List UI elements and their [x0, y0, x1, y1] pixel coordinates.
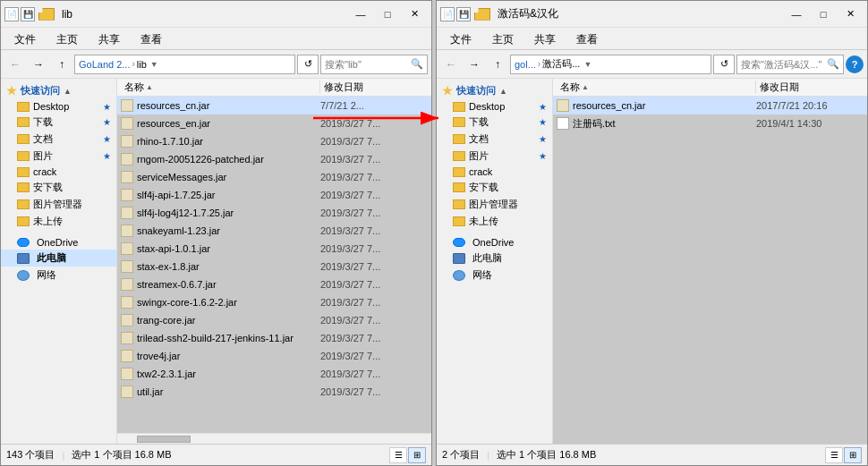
table-row[interactable]: 注册码.txt2019/4/1 14:30 [553, 114, 867, 132]
sidebar-thispc-left[interactable]: 此电脑 [1, 250, 116, 267]
refresh-btn-left[interactable]: ↺ [297, 55, 319, 74]
title-icon-left[interactable]: 📄 [4, 7, 19, 21]
sidebar-item-desktop-right[interactable]: Desktop ★ [437, 99, 552, 114]
tab-file-right[interactable]: 文件 [440, 30, 481, 49]
tab-home-right[interactable]: 主页 [482, 30, 523, 49]
search-input-left[interactable] [325, 59, 409, 70]
table-row[interactable]: trang-core.jar2019/3/27 7... [117, 311, 431, 329]
sidebar-network-left[interactable]: 网络 [1, 267, 116, 284]
view-btn-details-right[interactable]: ⊞ [844, 447, 862, 463]
col-date-header-left[interactable]: 修改日期 [320, 80, 428, 94]
breadcrumb-dropdown-right[interactable]: ▼ [583, 60, 591, 69]
col-name-header-right[interactable]: 名称 ▲ [557, 80, 756, 94]
tab-view-right[interactable]: 查看 [566, 30, 608, 49]
table-row[interactable]: rhino-1.7.10.jar2019/3/27 7... [117, 132, 431, 150]
table-row[interactable]: txw2-2.3.1.jar2019/3/27 7... [117, 365, 431, 383]
sidebar-onedrive-left[interactable]: OneDrive [1, 235, 116, 250]
status-sep-left: | [62, 450, 64, 461]
breadcrumb-left[interactable]: GoLand 2... › lib ▼ [74, 55, 295, 74]
table-row[interactable]: trove4j.jar2019/3/27 7... [117, 347, 431, 365]
sidebar-quick-access-header-right[interactable]: ★ 快速访问 ▲ [437, 82, 552, 99]
table-row[interactable]: resources_en.jar2019/3/27 7... [117, 114, 431, 132]
sidebar-item-picmgr-right[interactable]: 图片管理器 [437, 196, 552, 213]
tab-file-left[interactable]: 文件 [4, 30, 46, 49]
title-save-left[interactable]: 💾 [21, 7, 35, 21]
breadcrumb-right[interactable]: gol... › 激活码... ▼ [510, 55, 711, 74]
search-input-right[interactable] [741, 59, 825, 70]
sidebar-item-docs-right[interactable]: 文档 ★ [437, 131, 552, 148]
close-btn-right[interactable]: ✕ [837, 5, 864, 23]
sidebar-quick-access-header-left[interactable]: ★ 快速访问 ▲ [1, 82, 116, 99]
view-btn-list-left[interactable]: ☰ [389, 447, 407, 463]
table-row[interactable]: trilead-ssh2-build-217-jenkins-11.jar201… [117, 329, 431, 347]
table-row[interactable]: stax-ex-1.8.jar2019/3/27 7... [117, 258, 431, 275]
table-row[interactable]: resources_cn.jar7/7/21 2... [117, 97, 431, 114]
sidebar-item-desktop-left[interactable]: Desktop ★ [1, 99, 116, 114]
search-bar-left[interactable]: 🔍 [320, 55, 428, 74]
file-name-label: stax-ex-1.8.jar [137, 261, 320, 272]
minimize-btn-right[interactable]: — [783, 5, 810, 23]
sidebar-item-notup-left[interactable]: 未上传 [1, 213, 116, 230]
file-date-label: 2019/3/27 7... [320, 190, 428, 200]
close-btn-left[interactable]: ✕ [401, 5, 428, 23]
table-row[interactable]: util.jar2019/3/27 7... [117, 383, 431, 401]
help-btn-right[interactable]: ? [846, 55, 864, 73]
up-btn-right[interactable]: ↑ [487, 54, 508, 75]
sidebar-onedrive-right[interactable]: OneDrive [437, 235, 552, 250]
forward-btn-right[interactable]: → [464, 54, 485, 75]
tab-share-right[interactable]: 共享 [524, 30, 566, 49]
hscroll-left[interactable] [117, 433, 431, 444]
sidebar-item-notup-right[interactable]: 未上传 [437, 213, 552, 230]
file-date-label: 2019/3/27 7... [320, 333, 428, 343]
sidebar-item-crack-right[interactable]: crack [437, 165, 552, 179]
view-btn-list-right[interactable]: ☰ [825, 447, 843, 463]
sidebar-item-download-left[interactable]: 下载 ★ [1, 114, 116, 131]
sidebar-item-anload-left[interactable]: 安下载 [1, 179, 116, 196]
sidebar-item-pics-right[interactable]: 图片 ★ [437, 148, 552, 165]
refresh-btn-right[interactable]: ↺ [713, 55, 735, 74]
table-row[interactable]: slf4j-log4j12-1.7.25.jar2019/3/27 7... [117, 204, 431, 222]
title-save-right[interactable]: 💾 [456, 7, 471, 21]
file-date-label: 2019/3/27 7... [320, 118, 428, 129]
table-row[interactable]: stax-api-1.0.1.jar2019/3/27 7... [117, 240, 431, 258]
col-name-header-left[interactable]: 名称 ▲ [121, 80, 320, 94]
maximize-btn-right[interactable]: □ [810, 5, 837, 23]
table-row[interactable]: resources_cn.jar2017/7/21 20:16 [553, 97, 867, 114]
tab-home-left[interactable]: 主页 [47, 30, 88, 49]
table-row[interactable]: slf4j-api-1.7.25.jar2019/3/27 7... [117, 186, 431, 204]
file-date-label: 2019/3/27 7... [320, 315, 428, 326]
hscroll-thumb-left[interactable] [137, 436, 191, 443]
sidebar-item-docs-left[interactable]: 文档 ★ [1, 131, 116, 148]
table-row[interactable]: snakeyaml-1.23.jar2019/3/27 7... [117, 222, 431, 240]
col-date-header-right[interactable]: 修改日期 [756, 80, 864, 94]
minimize-btn-left[interactable]: — [347, 5, 374, 23]
jar-file-icon [121, 117, 133, 130]
table-row[interactable]: rngom-20051226-patched.jar2019/3/27 7... [117, 150, 431, 168]
sidebar-item-crack-left[interactable]: crack [1, 165, 116, 179]
sidebar-thispc-right[interactable]: 此电脑 [437, 250, 552, 267]
back-btn-right[interactable]: ← [440, 54, 462, 75]
maximize-btn-left[interactable]: □ [374, 5, 401, 23]
title-icon-right[interactable]: 📄 [440, 7, 455, 21]
sidebar-left: ★ 快速访问 ▲ Desktop ★ 下载 ★ 文档 ★ [1, 79, 117, 444]
sidebar-picmgr-label-left: 图片管理器 [33, 198, 111, 211]
cloud-icon-left [17, 238, 30, 247]
view-btn-details-left[interactable]: ⊞ [408, 447, 426, 463]
sidebar-network-right[interactable]: 网络 [437, 267, 552, 284]
breadcrumb-dropdown-left[interactable]: ▼ [150, 60, 158, 69]
search-bar-right[interactable]: 🔍 [736, 55, 844, 74]
tab-share-left[interactable]: 共享 [89, 30, 130, 49]
sidebar-item-anload-right[interactable]: 安下载 [437, 179, 552, 196]
table-row[interactable]: swingx-core-1.6.2-2.jar2019/3/27 7... [117, 293, 431, 311]
sidebar-item-pics-left[interactable]: 图片 ★ [1, 148, 116, 165]
file-name-label: slf4j-log4j12-1.7.25.jar [137, 208, 320, 218]
table-row[interactable]: serviceMessages.jar2019/3/27 7... [117, 168, 431, 186]
table-row[interactable]: streamex-0.6.7.jar2019/3/27 7... [117, 275, 431, 293]
forward-btn-left[interactable]: → [28, 54, 49, 75]
sidebar-item-download-right[interactable]: 下载 ★ [437, 114, 552, 131]
up-btn-left[interactable]: ↑ [51, 54, 72, 75]
sidebar-item-picmgr-left[interactable]: 图片管理器 [1, 196, 116, 213]
nav-bar-right: ← → ↑ gol... › 激活码... ▼ ↺ 🔍 ? [437, 50, 867, 79]
back-btn-left[interactable]: ← [4, 54, 26, 75]
tab-view-left[interactable]: 查看 [131, 30, 172, 49]
